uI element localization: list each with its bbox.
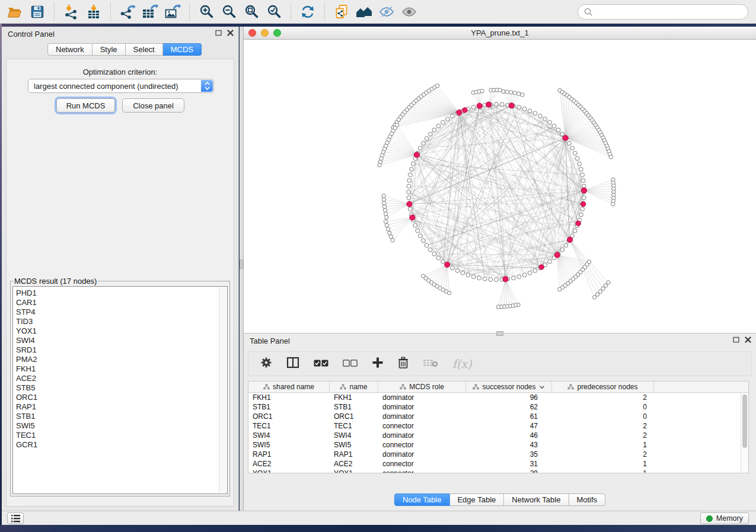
network-node[interactable]	[556, 128, 560, 132]
network-node[interactable]	[573, 229, 577, 233]
open-file-button[interactable]	[4, 2, 26, 22]
mcds-node[interactable]	[410, 215, 415, 220]
network-leaf-node[interactable]	[513, 91, 516, 95]
mcds-node-item[interactable]: RAP1	[16, 402, 227, 412]
network-node[interactable]	[564, 243, 568, 248]
network-node[interactable]	[422, 239, 426, 243]
mcds-node-item[interactable]: TID3	[16, 317, 227, 326]
network-node[interactable]	[522, 107, 527, 111]
delete-table-button[interactable]	[423, 358, 438, 370]
search-input[interactable]	[596, 8, 742, 17]
deselect-all-button[interactable]	[343, 358, 358, 369]
close-panel-icon[interactable]	[745, 336, 751, 343]
network-leaf-node[interactable]	[435, 84, 439, 88]
refresh-button[interactable]	[296, 2, 319, 22]
mcds-node[interactable]	[554, 252, 560, 258]
mcds-node[interactable]	[407, 201, 412, 207]
mcds-node[interactable]	[567, 237, 573, 242]
network-node[interactable]	[408, 207, 412, 211]
tab-select[interactable]: Select	[126, 43, 163, 56]
network-node[interactable]	[511, 276, 515, 280]
memory-button[interactable]: Memory	[700, 512, 749, 524]
network-node[interactable]	[500, 102, 504, 107]
network-node[interactable]	[411, 162, 415, 166]
mcds-node[interactable]	[477, 103, 482, 108]
column-header-shared-name[interactable]: shared name	[248, 382, 330, 392]
table-row[interactable]: RAP1RAP1dominator352	[248, 450, 741, 459]
column-header-successor-nodes[interactable]: successor nodes	[466, 382, 552, 392]
network-node[interactable]	[578, 162, 582, 166]
column-header-predecessor-nodes[interactable]: predecessor nodes	[552, 382, 654, 392]
network-node[interactable]	[436, 124, 441, 128]
mcds-node[interactable]	[580, 201, 585, 206]
network-node[interactable]	[580, 173, 585, 177]
add-column-button[interactable]	[372, 357, 384, 371]
splitter-handle[interactable]	[240, 259, 243, 269]
network-leaf-node[interactable]	[382, 198, 385, 201]
network-leaf-node[interactable]	[383, 209, 387, 212]
network-node[interactable]	[517, 275, 521, 279]
network-node[interactable]	[581, 178, 585, 182]
mcds-result-list[interactable]: PHD1CAR1STP4TID3YOX1SWI4SRD1PMA2FKH1ACE2…	[12, 286, 228, 494]
network-window-titlebar[interactable]: YPA_prune.txt_1	[244, 27, 756, 40]
zoom-fit-button[interactable]	[240, 2, 263, 22]
close-window-icon[interactable]	[248, 29, 256, 37]
network-node[interactable]	[580, 207, 585, 211]
network-node[interactable]	[471, 105, 476, 110]
network-leaf-node[interactable]	[385, 216, 388, 219]
import-table-button[interactable]	[82, 2, 105, 22]
function-builder-button[interactable]: f(x)	[452, 357, 472, 370]
network-node[interactable]	[461, 271, 465, 275]
network-node[interactable]	[483, 277, 487, 281]
table-row[interactable]: STB1STB1dominator620	[248, 402, 741, 412]
table-scrollbar[interactable]	[741, 393, 748, 472]
maximize-window-icon[interactable]	[273, 29, 281, 37]
network-node[interactable]	[495, 102, 499, 107]
mcds-node-item[interactable]: SRD1	[16, 345, 227, 355]
network-node[interactable]	[528, 271, 532, 275]
table-row[interactable]: YOX1YOX1connector291	[248, 469, 741, 473]
search-field[interactable]	[578, 4, 748, 20]
network-leaf-node[interactable]	[385, 223, 388, 227]
network-node[interactable]	[428, 248, 432, 252]
network-node[interactable]	[548, 120, 552, 124]
network-leaf-node[interactable]	[386, 227, 390, 231]
horizontal-splitter-handle[interactable]	[496, 331, 503, 336]
network-leaf-node[interactable]	[611, 202, 615, 206]
network-node[interactable]	[418, 146, 422, 150]
mcds-node[interactable]	[539, 265, 544, 270]
show-columns-button[interactable]	[286, 357, 299, 371]
mcds-node-item[interactable]: SWI5	[16, 421, 227, 431]
mcds-node-item[interactable]: SWI4	[16, 336, 227, 345]
tab-node-table[interactable]: Node Table	[394, 493, 450, 506]
network-node[interactable]	[445, 117, 449, 121]
tab-motifs[interactable]: Motifs	[569, 493, 605, 506]
export-network-button[interactable]	[116, 2, 139, 22]
mcds-node-item[interactable]: ACE2	[16, 374, 227, 383]
export-table-button[interactable]	[139, 2, 161, 22]
network-node[interactable]	[495, 278, 499, 282]
mcds-node-item[interactable]: STB1	[16, 412, 227, 421]
network-node[interactable]	[573, 151, 577, 155]
table-row[interactable]: ACE2ACE2connector311	[248, 459, 741, 469]
mcds-node[interactable]	[462, 108, 467, 113]
network-node[interactable]	[579, 167, 583, 171]
network-node[interactable]	[517, 105, 521, 110]
table-row[interactable]: SWI4SWI4dominator462	[248, 431, 741, 440]
tab-network-table[interactable]: Network Table	[504, 493, 569, 506]
network-node[interactable]	[489, 277, 493, 281]
network-node[interactable]	[533, 111, 537, 116]
criterion-select[interactable]: largest connected component (undirected)	[28, 79, 214, 93]
network-leaf-node[interactable]	[496, 305, 500, 309]
network-node[interactable]	[575, 156, 579, 161]
network-node[interactable]	[543, 117, 547, 121]
network-node[interactable]	[416, 229, 420, 233]
network-leaf-node[interactable]	[389, 235, 393, 238]
network-leaf-node[interactable]	[558, 287, 562, 291]
network-leaf-node[interactable]	[521, 93, 524, 97]
network-leaf-node[interactable]	[609, 155, 613, 159]
show-task-history-button[interactable]	[7, 512, 24, 524]
zoom-out-button[interactable]	[218, 2, 240, 22]
mcds-node[interactable]	[509, 103, 514, 108]
network-node[interactable]	[579, 213, 583, 217]
